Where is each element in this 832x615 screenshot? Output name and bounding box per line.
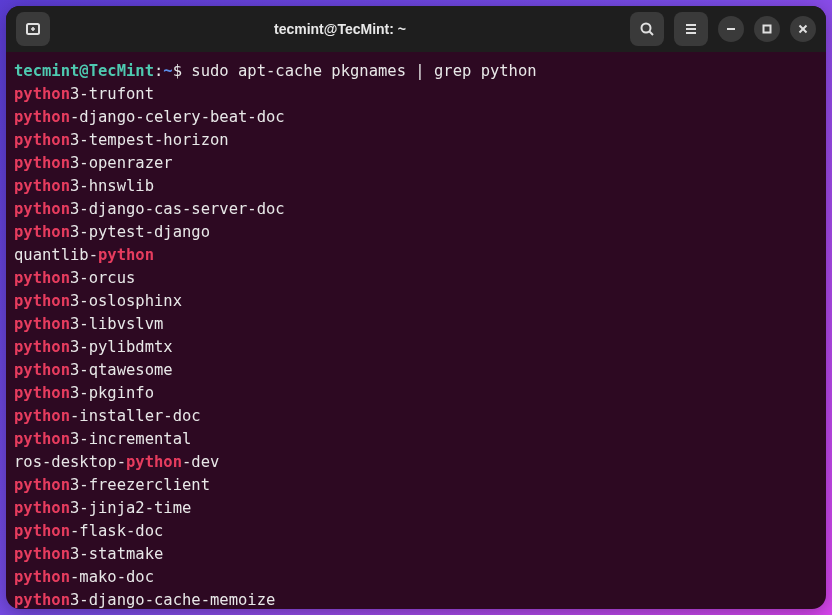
new-tab-button[interactable] xyxy=(16,12,50,46)
grep-highlight: python xyxy=(14,522,70,540)
prompt-line: tecmint@TecMint:~$ sudo apt-cache pkgnam… xyxy=(14,60,826,83)
prompt-colon: : xyxy=(154,62,163,80)
grep-highlight: python xyxy=(14,177,70,195)
close-button[interactable] xyxy=(790,16,816,42)
maximize-button[interactable] xyxy=(754,16,780,42)
grep-highlight: python xyxy=(14,545,70,563)
output-line: python3-jinja2-time xyxy=(14,497,826,520)
output-line: python3-pytest-django xyxy=(14,221,826,244)
output-line: python-flask-doc xyxy=(14,520,826,543)
output: python3-trufontpython-django-celery-beat… xyxy=(14,83,826,609)
grep-highlight: python xyxy=(14,568,70,586)
maximize-icon xyxy=(762,24,772,34)
titlebar-left xyxy=(16,12,50,46)
output-line: python3-freezerclient xyxy=(14,474,826,497)
terminal-body[interactable]: tecmint@TecMint:~$ sudo apt-cache pkgnam… xyxy=(6,52,826,609)
grep-highlight: python xyxy=(14,292,70,310)
output-line: python3-libvslvm xyxy=(14,313,826,336)
grep-highlight: python xyxy=(126,453,182,471)
titlebar: tecmint@TecMint: ~ xyxy=(6,6,826,52)
new-tab-icon xyxy=(25,21,41,37)
output-line: python3-oslosphinx xyxy=(14,290,826,313)
prompt-user-host: tecmint@TecMint xyxy=(14,62,154,80)
minimize-button[interactable] xyxy=(718,16,744,42)
output-line: python3-pylibdmtx xyxy=(14,336,826,359)
search-icon xyxy=(639,21,655,37)
output-line: python3-django-cache-memoize xyxy=(14,589,826,609)
grep-highlight: python xyxy=(14,430,70,448)
window-title: tecmint@TecMint: ~ xyxy=(58,21,622,37)
grep-highlight: python xyxy=(14,108,70,126)
grep-highlight: python xyxy=(14,591,70,609)
output-line: python3-django-cas-server-doc xyxy=(14,198,826,221)
grep-highlight: python xyxy=(14,131,70,149)
grep-highlight: python xyxy=(14,499,70,517)
grep-highlight: python xyxy=(14,476,70,494)
output-line: python3-tempest-horizon xyxy=(14,129,826,152)
svg-line-2 xyxy=(650,32,654,36)
grep-highlight: python xyxy=(14,315,70,333)
command-text: sudo apt-cache pkgnames | grep python xyxy=(191,62,536,80)
svg-rect-7 xyxy=(764,26,771,33)
output-line: python-installer-doc xyxy=(14,405,826,428)
output-line: python3-qtawesome xyxy=(14,359,826,382)
grep-highlight: python xyxy=(14,269,70,287)
grep-highlight: python xyxy=(98,246,154,264)
output-line: python3-pkginfo xyxy=(14,382,826,405)
output-line: python-django-celery-beat-doc xyxy=(14,106,826,129)
output-line: python3-orcus xyxy=(14,267,826,290)
output-line: python3-incremental xyxy=(14,428,826,451)
output-line: python3-openrazer xyxy=(14,152,826,175)
svg-point-1 xyxy=(642,24,651,33)
output-line: python3-trufont xyxy=(14,83,826,106)
grep-highlight: python xyxy=(14,223,70,241)
grep-highlight: python xyxy=(14,361,70,379)
output-line: python3-hnswlib xyxy=(14,175,826,198)
output-line: quantlib-python xyxy=(14,244,826,267)
output-line: ros-desktop-python-dev xyxy=(14,451,826,474)
menu-button[interactable] xyxy=(674,12,708,46)
prompt-path: ~ xyxy=(163,62,172,80)
grep-highlight: python xyxy=(14,407,70,425)
prompt-symbol: $ xyxy=(173,62,192,80)
grep-highlight: python xyxy=(14,338,70,356)
grep-highlight: python xyxy=(14,384,70,402)
terminal-window: tecmint@TecMint: ~ xyxy=(6,6,826,609)
hamburger-icon xyxy=(683,21,699,37)
minimize-icon xyxy=(726,24,736,34)
close-icon xyxy=(798,24,808,34)
output-line: python-mako-doc xyxy=(14,566,826,589)
search-button[interactable] xyxy=(630,12,664,46)
titlebar-right xyxy=(630,12,816,46)
grep-highlight: python xyxy=(14,85,70,103)
grep-highlight: python xyxy=(14,154,70,172)
grep-highlight: python xyxy=(14,200,70,218)
output-line: python3-statmake xyxy=(14,543,826,566)
